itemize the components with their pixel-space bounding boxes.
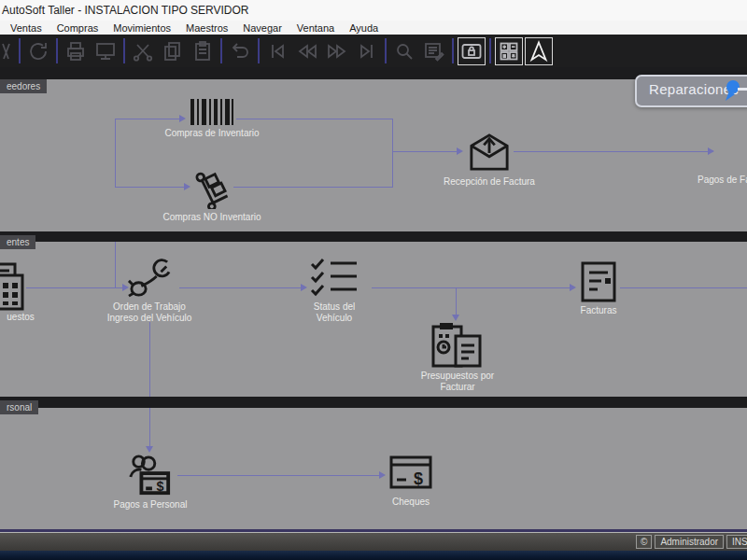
menu-navegar[interactable]: Navegar: [236, 22, 289, 34]
refresh-button[interactable]: [24, 37, 52, 65]
clipboard-invoice-icon: [431, 321, 484, 368]
next-record-icon: [326, 40, 348, 63]
node-label: Compras de Inventario: [164, 128, 259, 139]
previous-record-icon: [296, 40, 318, 63]
monitor-icon: [94, 40, 117, 63]
node-label: Status del Vehículo: [314, 301, 355, 324]
node-label-line: Facturar: [421, 382, 494, 393]
menu-movimientos[interactable]: Movimientos: [106, 22, 177, 34]
checklist-icon: [308, 258, 360, 299]
node-presupuestos-facturar[interactable]: Presupuestos por Facturar: [392, 321, 523, 393]
last-record-icon: [356, 40, 378, 63]
first-record-button[interactable]: [263, 37, 291, 65]
flow-arrow: [452, 315, 459, 321]
pin-line: [738, 88, 747, 91]
first-record-icon: [266, 40, 289, 63]
reparaciones-tooltip: Reparaciones: [635, 75, 747, 107]
node-label: Orden de Trabajo Ingreso del Vehículo: [107, 301, 192, 324]
refresh-icon: [27, 40, 49, 63]
last-record-button[interactable]: [353, 37, 381, 65]
cheque-icon: $: [389, 455, 432, 489]
toolbar-separator: [19, 38, 21, 63]
menu-ventana[interactable]: Ventana: [290, 22, 341, 34]
payroll-icon: $: [127, 454, 174, 497]
node-status-vehiculo[interactable]: Status del Vehículo: [269, 258, 400, 324]
node-label: Presupuestos por Facturar: [421, 371, 494, 393]
toolbar-separator: [220, 38, 222, 63]
scissors-icon: [132, 40, 154, 63]
status-copyright-icon: ©: [636, 535, 652, 549]
toolbar-separator: [452, 38, 454, 63]
app-window: AutoSoft Taller - INSTALACION TIPO SERVI…: [0, 0, 747, 560]
status-user: Administrador: [655, 535, 724, 549]
copy-icon: [162, 40, 184, 63]
node-label-line: Orden de Trabajo: [107, 301, 192, 313]
node-label: Pagos a Personal: [114, 499, 188, 511]
sparkplug-wrench-icon: [126, 258, 173, 299]
search-button[interactable]: [390, 37, 418, 65]
node-compras-no-inventario[interactable]: Compras NO Inventario: [137, 168, 287, 223]
node-pagos-factura[interactable]: Pagos de Fa: [697, 129, 747, 186]
envelope-receive-icon: [469, 131, 510, 174]
node-label-line: Ingreso del Vehículo: [107, 313, 192, 324]
toolbar-separator: [123, 38, 125, 63]
node-label: Pagos de Fa: [696, 175, 747, 186]
navigator-button[interactable]: [525, 37, 553, 65]
report-button[interactable]: [420, 37, 448, 65]
node-label-line: Vehículo: [314, 313, 355, 324]
svg-text:$: $: [157, 479, 164, 494]
section-divider: [0, 231, 747, 242]
calculator-icon: [498, 40, 520, 63]
toolbar-separator: [258, 38, 260, 63]
print-button[interactable]: [62, 37, 90, 65]
node-facturas[interactable]: Facturas: [533, 261, 664, 316]
menu-ventas[interactable]: Ventas: [4, 22, 49, 34]
paste-icon: [191, 40, 214, 63]
menu-maestros[interactable]: Maestros: [179, 22, 234, 34]
node-label-presupuestos[interactable]: uestos: [0, 312, 67, 323]
window-title: AutoSoft Taller - INSTALACION TIPO SERVI…: [2, 4, 249, 17]
menu-compras[interactable]: Compras: [50, 22, 106, 34]
lock-icon: [460, 40, 483, 63]
next-record-button[interactable]: [323, 37, 351, 65]
section-tab-clientes[interactable]: entes: [0, 235, 35, 249]
copy-button[interactable]: [159, 37, 187, 65]
node-compras-inventario[interactable]: Compras de Inventario: [137, 99, 287, 139]
flow-arrow: [146, 446, 153, 453]
paste-button[interactable]: [189, 37, 217, 65]
node-label-line: Presupuestos por: [421, 371, 494, 382]
report-icon: [423, 40, 445, 63]
handtruck-icon: [192, 168, 232, 209]
node-label: Facturas: [581, 305, 617, 316]
node-recepcion-factura[interactable]: Recepción de Factura: [415, 131, 564, 188]
section-divider: [0, 397, 747, 408]
menu-ayuda[interactable]: Ayuda: [343, 22, 385, 34]
title-bar[interactable]: AutoSoft Taller - INSTALACION TIPO SERVI…: [0, 0, 747, 21]
calculator-button[interactable]: [495, 37, 523, 65]
cut-button[interactable]: [129, 37, 157, 65]
node-label-line: Status del: [314, 301, 355, 313]
section-tab-proveedores[interactable]: eedores: [0, 79, 47, 93]
search-icon: [393, 40, 416, 63]
section-tab-personal[interactable]: rsonal: [0, 400, 38, 414]
flow-line: [149, 322, 150, 446]
printer-icon: [64, 40, 87, 63]
node-label: Compras NO Inventario: [162, 212, 261, 223]
lock-button[interactable]: [458, 37, 486, 65]
flow-line: [392, 119, 393, 188]
estimate-icon[interactable]: [0, 262, 26, 311]
barcode-icon: [190, 99, 233, 125]
menu-bar: Ventas Compras Movimientos Maestros Nave…: [0, 21, 747, 35]
previous-record-button[interactable]: [293, 37, 321, 65]
toolbar-separator: [385, 38, 387, 63]
node-orden-trabajo[interactable]: Orden de Trabajo Ingreso del Vehículo: [84, 258, 215, 324]
node-cheques[interactable]: $ Cheques: [345, 455, 476, 508]
status-cells: © Administrador INS NUM: [636, 535, 747, 549]
node-pagos-personal[interactable]: $ Pagos a Personal: [85, 454, 216, 511]
invoice-icon: [581, 261, 616, 302]
toolbar-separator: [489, 38, 491, 63]
node-label: Recepción de Factura: [444, 176, 535, 188]
undo-button[interactable]: [226, 37, 254, 65]
blue-pin-icon: [723, 78, 743, 103]
preview-button[interactable]: [92, 37, 120, 65]
